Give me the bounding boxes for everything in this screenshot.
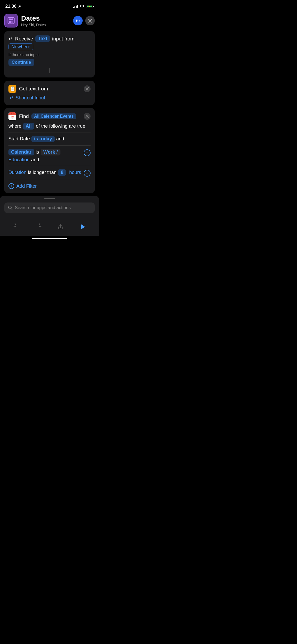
plus-icon: + [8, 183, 14, 189]
get-text-card: 📋 Get text from ↵ Shortcut Input [4, 81, 95, 105]
card-divider [49, 68, 50, 73]
shortcut-input-row: ↵ Shortcut Input [8, 95, 91, 101]
battery-icon: ⚡ [86, 5, 94, 8]
share-button[interactable] [55, 221, 66, 233]
find-label: Find [19, 113, 29, 119]
app-title: Dates [21, 14, 70, 22]
svg-rect-4 [11, 21, 13, 23]
header-titles: Dates Hey Siri, Dates [21, 14, 70, 27]
find-calendar-left: 📅 Find All Calendar Events [8, 112, 76, 120]
filter3-field: Duration [8, 170, 26, 175]
filter3-operator: is longer than [28, 170, 56, 175]
wifi-icon [80, 5, 84, 8]
filter3-unit: hours [69, 170, 81, 175]
filter3-content: Duration is longer than 8 hours [8, 169, 82, 176]
app-icon [4, 14, 18, 27]
svg-rect-1 [9, 19, 11, 20]
filter2-remove-button[interactable]: − [84, 149, 91, 156]
location-icon: ↗ [18, 4, 21, 8]
get-text-close-button[interactable] [84, 85, 91, 92]
drag-handle [0, 196, 99, 200]
home-bar [32, 238, 67, 239]
play-button[interactable] [77, 221, 88, 233]
calendar-icon: 📅 [8, 112, 16, 120]
svg-marker-19 [81, 224, 85, 229]
filter3-block: Duration is longer than 8 hours − [8, 166, 91, 180]
search-icon [8, 205, 13, 210]
filter1-row: Start Date is today and [8, 136, 91, 142]
get-text-header: 📋 Get text from [8, 85, 91, 93]
input-arrow-icon2: ↵ [10, 95, 13, 101]
nowhere-token[interactable]: Nowhere [8, 43, 33, 50]
of-following-label: of the following are true [36, 123, 85, 129]
redo-icon [35, 223, 42, 230]
calendar-events-token[interactable]: All Calendar Events [31, 113, 76, 119]
filter2-content: Calendar is Work / Education and [8, 149, 82, 163]
filter1-conjunction: and [56, 136, 64, 142]
status-right: ⚡ [73, 4, 94, 8]
close-button[interactable] [85, 16, 95, 25]
filter2-value1-token[interactable]: Work / [41, 149, 60, 155]
filter3-remove-button[interactable]: − [84, 170, 91, 177]
filter2-block: Calendar is Work / Education and − [8, 145, 91, 166]
add-filter-label: Add Filter [16, 183, 37, 189]
receive-label: Receive [15, 36, 33, 42]
continue-token[interactable]: Continue [8, 59, 34, 66]
cards-container: ↵ Receive Text input from Nowhere If the… [0, 31, 99, 193]
receive-input-line: ↵ Receive Text input from [8, 35, 91, 42]
undo-button[interactable] [11, 221, 22, 233]
search-bar-wrapper: Search for apps and actions [0, 200, 99, 217]
get-text-left: 📋 Get text from [8, 85, 48, 93]
svg-rect-3 [9, 21, 11, 23]
notes-icon: 📋 [8, 85, 16, 93]
where-label: where [8, 123, 21, 129]
filter1-block: Start Date is today and [8, 132, 91, 145]
no-input-label: If there's no input: [8, 52, 91, 57]
settings-button[interactable] [73, 16, 83, 25]
header-buttons [73, 16, 95, 25]
app-subtitle: Hey Siri, Dates [21, 23, 70, 27]
search-bar[interactable]: Search for apps and actions [4, 203, 95, 213]
filter2-operator: is [36, 149, 39, 155]
app-header: Dates Hey Siri, Dates [0, 11, 99, 31]
time-display: 21.36 [5, 4, 17, 9]
share-icon [57, 223, 64, 230]
input-from-label: input from [52, 36, 74, 42]
text-token[interactable]: Text [35, 35, 50, 42]
search-placeholder: Search for apps and actions [15, 205, 71, 210]
filter2-value2: Education [8, 157, 30, 163]
status-bar: 21.36 ↗ ⚡ [0, 0, 99, 11]
filter1-content: Start Date is today and [8, 136, 91, 142]
undo-icon [13, 223, 20, 230]
redo-button[interactable] [33, 221, 44, 233]
bottom-toolbar [0, 217, 99, 236]
shortcut-input-label[interactable]: Shortcut Input [16, 95, 45, 101]
find-calendar-card: 📅 Find All Calendar Events where All of … [4, 108, 95, 193]
status-time: 21.36 ↗ [5, 4, 21, 9]
get-text-label: Get text from [19, 86, 48, 92]
svg-rect-2 [11, 19, 13, 20]
filter3-value-token[interactable]: 8 [58, 169, 66, 176]
filter1-field: Start Date [8, 136, 30, 142]
receive-input-card: ↵ Receive Text input from Nowhere If the… [4, 31, 95, 77]
home-indicator [0, 236, 99, 241]
play-icon [79, 223, 86, 230]
find-calendar-close-button[interactable] [84, 113, 91, 120]
find-calendar-header: 📅 Find All Calendar Events [8, 112, 91, 120]
svg-line-18 [11, 209, 12, 210]
filter2-field-token[interactable]: Calendar [8, 149, 34, 155]
svg-rect-0 [8, 17, 14, 24]
search-panel: Search for apps and actions [0, 196, 99, 217]
input-arrow-icon: ↵ [8, 36, 13, 42]
filter2-conjunction: and [31, 157, 39, 163]
all-token[interactable]: All [23, 123, 34, 130]
filter-condition-row: where All of the following are true [8, 123, 91, 130]
filter2-row: Calendar is Work / Education and − [8, 149, 91, 163]
add-filter-row[interactable]: + Add Filter [8, 180, 91, 189]
signal-bars [73, 4, 78, 8]
filter1-operator-token[interactable]: is today [31, 136, 55, 142]
filter3-row: Duration is longer than 8 hours − [8, 169, 91, 177]
